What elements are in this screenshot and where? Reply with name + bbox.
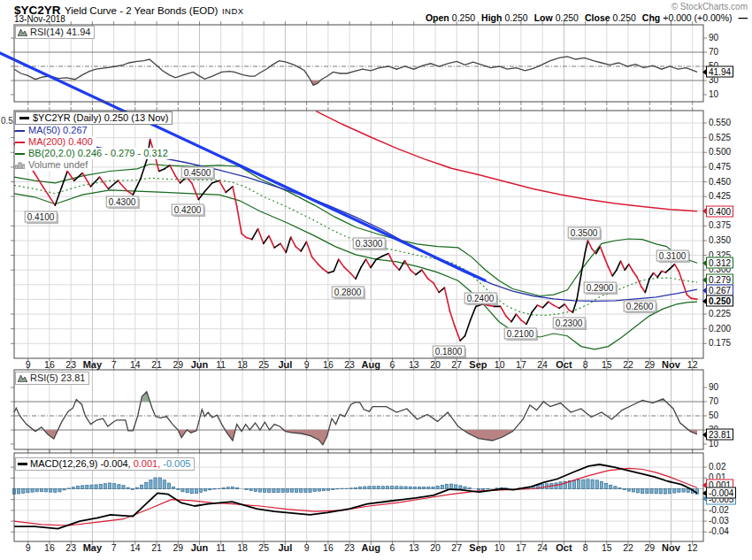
legend-line-swatch <box>15 142 25 143</box>
value-box-rsi5: 23.81 <box>706 429 733 441</box>
axis-tick-rsi14: 70 <box>709 48 718 57</box>
quote-label: Open <box>426 12 449 23</box>
x-axis-label: Aug <box>362 359 380 370</box>
axis-tick-main: 0.500 <box>709 148 731 157</box>
x-axis-label-bottom: 22 <box>623 542 633 553</box>
x-axis-label-bottom: 14 <box>130 542 141 553</box>
quote-label: Low <box>534 12 553 23</box>
quote-label: Close <box>585 12 610 23</box>
x-axis-label: 29 <box>173 359 183 370</box>
macd-legend-part: 0.001, <box>134 458 161 469</box>
price-annotation: 0.4300 <box>106 196 139 208</box>
x-axis-label: 18 <box>237 359 248 370</box>
x-axis-label: 16 <box>323 359 334 370</box>
axis-tick-macd: -0.04 <box>709 527 729 536</box>
x-axis-label: 9 <box>304 359 310 370</box>
x-axis-label-bottom: 8 <box>583 542 588 553</box>
x-axis-label-bottom: 7 <box>111 542 117 553</box>
x-axis-label: 6 <box>390 359 395 370</box>
price-annotation: 0.1800 <box>433 346 465 357</box>
x-axis-label: Oct <box>556 359 572 370</box>
main-legend-row: BB(20,2.0) 0.246 - 0.279 - 0.312 <box>15 148 172 159</box>
rsi5-legend: RSI(5) 23.81 <box>15 372 89 385</box>
value-box-arrow <box>702 208 707 215</box>
x-axis-label-bottom: 15 <box>602 542 612 553</box>
quote-value: +0.000 (+0.00%) <box>663 12 732 23</box>
x-axis-label-bottom: 21 <box>151 542 162 553</box>
x-axis-label-bottom: 16 <box>44 542 55 553</box>
value-box-arrow <box>702 68 707 75</box>
x-axis-label-bottom: Aug <box>362 542 380 553</box>
price-annotation: 0.2600 <box>624 301 656 312</box>
axis-tick-rsi5: 70 <box>709 397 718 406</box>
x-axis-label-bottom: 9 <box>304 542 310 553</box>
quote-value: 0.250 <box>504 12 527 23</box>
x-axis-label-bottom: Nov <box>662 542 680 553</box>
x-axis-label: 27 <box>451 359 462 370</box>
axis-tick-rsi5: 10 <box>709 440 718 449</box>
macd-legend-part: -0.004, <box>100 458 130 469</box>
x-axis-label: 25 <box>258 359 269 370</box>
value-box-main: 0.250 <box>706 295 733 307</box>
rsi14-legend: RSI(14) 41.94 <box>15 26 95 39</box>
price-annotation: 0.2800 <box>332 287 364 298</box>
indicator-mountain-icon <box>18 374 27 382</box>
x-axis-label-bottom: 10 <box>495 542 505 553</box>
price-annotation: 0.4500 <box>181 167 214 179</box>
x-axis-label-bottom: 12 <box>687 542 698 553</box>
x-axis-label: 17 <box>516 359 526 370</box>
value-box-main: 0.267 <box>706 285 733 296</box>
price-annotation: 0.3100 <box>656 250 689 262</box>
legend-line-swatch <box>19 117 29 119</box>
volume-bars-icon <box>15 161 25 169</box>
macd-legend: MACD(12,26,9) -0.004, 0.001, -0.005 <box>15 457 195 471</box>
rsi5-legend-label: RSI(5) 23.81 <box>30 372 85 383</box>
indicator-mountain-icon <box>18 28 27 36</box>
axis-tick-main: 0.550 <box>709 119 731 127</box>
x-axis-label-bottom: 25 <box>258 542 269 553</box>
legend-text: BB(20,2.0) 0.246 - 0.279 - 0.312 <box>28 148 168 159</box>
x-axis-label: 8 <box>583 359 588 370</box>
stockcharts-chart: $YC2YR Yield Curve - 2 Year Bonds (EOD) … <box>0 0 752 560</box>
x-axis-label: 11 <box>216 359 226 370</box>
quote-label: High <box>481 12 502 23</box>
axis-tick-macd: -0.02 <box>709 506 729 515</box>
x-axis-label-bottom: 29 <box>644 542 655 553</box>
value-box-main: 0.312 <box>706 257 733 269</box>
axis-tick-rsi5: 50 <box>709 411 718 420</box>
legend-text: $YC2YR (Daily) 0.250 (13 Nov) <box>33 112 168 124</box>
axis-tick-macd: -0.03 <box>709 517 729 525</box>
quote-label: Chg <box>642 12 660 23</box>
x-axis-label: 29 <box>644 359 655 370</box>
x-axis-label: 22 <box>623 359 633 370</box>
quote-value: 0.250 <box>452 12 475 23</box>
price-annotation: 0.2100 <box>504 328 537 340</box>
price-annotation: 0.2900 <box>584 282 617 294</box>
quote-value: 0.250 <box>556 12 579 23</box>
x-axis-label: Sep <box>469 359 487 370</box>
rsi14-legend-label: RSI(14) 41.94 <box>30 27 90 37</box>
x-axis-label-bottom: Oct <box>556 542 572 553</box>
price-annotation: 0.3300 <box>353 238 386 249</box>
main-legend-row: $YC2YR (Daily) 0.250 (13 Nov) <box>15 111 173 125</box>
macd-legend-part: -0.005 <box>163 458 190 469</box>
axis-tick-main: 0.225 <box>709 310 731 318</box>
x-axis-label-bottom: May <box>83 542 102 553</box>
x-axis-label: 23 <box>344 359 355 370</box>
x-axis-label: 16 <box>44 359 55 370</box>
x-axis-label: Nov <box>662 359 680 370</box>
value-box-macd: -0.004 <box>706 487 736 499</box>
x-axis-label-bottom: 17 <box>516 542 526 553</box>
copyright: © StockCharts.com <box>671 2 748 12</box>
macd-legend-part: MACD(12,26,9) <box>30 458 97 469</box>
price-annotation: 0.2300 <box>553 318 586 329</box>
value-box-arrow <box>702 297 707 304</box>
exchange-label: INDX <box>222 6 244 16</box>
x-axis-label: Jul <box>278 359 292 370</box>
x-axis-label: May <box>83 359 102 370</box>
x-axis-label: 15 <box>602 359 612 370</box>
x-axis-label: 10 <box>495 359 505 370</box>
x-axis-label-bottom: 27 <box>451 542 462 553</box>
x-axis-label-bottom: 23 <box>65 542 76 553</box>
x-axis-label-bottom: 24 <box>537 542 548 553</box>
